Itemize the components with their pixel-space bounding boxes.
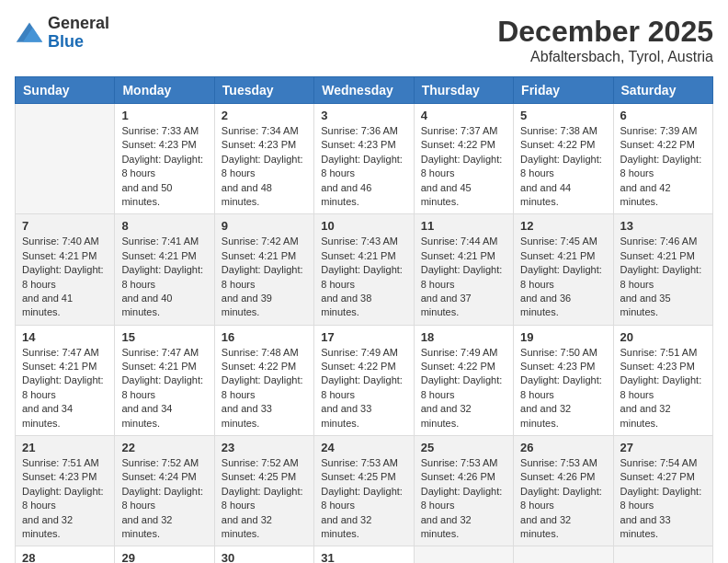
day-number: 20 <box>620 330 706 344</box>
day-number: 4 <box>421 109 506 122</box>
day-info: Sunrise: 7:33 AMSunset: 4:23 PMDaylight:… <box>121 124 207 209</box>
calendar-cell-w1-d3: 2Sunrise: 7:34 AMSunset: 4:23 PMDaylight… <box>214 104 313 214</box>
day-info: Sunrise: 7:42 AMSunset: 4:21 PMDaylight:… <box>222 235 307 319</box>
calendar-cell-w1-d7: 6Sunrise: 7:39 AMSunset: 4:22 PMDaylight… <box>613 104 712 214</box>
calendar-cell-w2-d1: 7Sunrise: 7:40 AMSunset: 4:21 PMDaylight… <box>16 214 115 325</box>
day-info: Sunrise: 7:54 AMSunset: 4:27 PMDaylight:… <box>620 456 706 541</box>
calendar-week-2: 7Sunrise: 7:40 AMSunset: 4:21 PMDaylight… <box>16 214 713 325</box>
calendar-cell-w4-d7: 27Sunrise: 7:54 AMSunset: 4:27 PMDayligh… <box>613 436 712 546</box>
day-info: Sunrise: 7:41 AMSunset: 4:21 PMDaylight:… <box>121 235 207 319</box>
day-info: Sunrise: 7:43 AMSunset: 4:21 PMDaylight:… <box>321 235 406 319</box>
day-info: Sunrise: 7:51 AMSunset: 4:23 PMDaylight:… <box>620 346 706 431</box>
day-number: 31 <box>321 551 406 563</box>
calendar-cell-w4-d1: 21Sunrise: 7:51 AMSunset: 4:23 PMDayligh… <box>16 436 115 546</box>
calendar-cell-w2-d6: 12Sunrise: 7:45 AMSunset: 4:21 PMDayligh… <box>514 214 613 325</box>
day-number: 22 <box>121 441 207 454</box>
header-tuesday: Tuesday <box>214 77 313 104</box>
calendar-cell-w1-d2: 1Sunrise: 7:33 AMSunset: 4:23 PMDaylight… <box>115 104 214 214</box>
page-header: General Blue December 2025 Abfaltersbach… <box>15 15 713 65</box>
day-number: 11 <box>421 219 506 233</box>
day-number: 3 <box>321 109 406 122</box>
calendar-week-5: 28Sunrise: 7:54 AMSunset: 4:28 PMDayligh… <box>16 546 713 563</box>
calendar-cell-w5-d2: 29Sunrise: 7:54 AMSunset: 4:29 PMDayligh… <box>115 546 214 563</box>
day-number: 18 <box>421 330 506 344</box>
calendar-cell-w1-d6: 5Sunrise: 7:38 AMSunset: 4:22 PMDaylight… <box>514 104 613 214</box>
logo-icon <box>15 20 44 46</box>
calendar-cell-w5-d7 <box>613 546 712 563</box>
day-info: Sunrise: 7:47 AMSunset: 4:21 PMDaylight:… <box>121 346 207 431</box>
day-info: Sunrise: 7:48 AMSunset: 4:22 PMDaylight:… <box>222 346 307 431</box>
calendar-cell-w5-d6 <box>514 546 613 563</box>
month-year-title: December 2025 <box>497 15 713 49</box>
calendar-cell-w2-d7: 13Sunrise: 7:46 AMSunset: 4:21 PMDayligh… <box>613 214 712 325</box>
calendar-week-1: 1Sunrise: 7:33 AMSunset: 4:23 PMDaylight… <box>16 104 713 214</box>
day-info: Sunrise: 7:47 AMSunset: 4:21 PMDaylight:… <box>22 346 108 431</box>
calendar-cell-w4-d6: 26Sunrise: 7:53 AMSunset: 4:26 PMDayligh… <box>514 436 613 546</box>
day-info: Sunrise: 7:52 AMSunset: 4:24 PMDaylight:… <box>121 456 207 541</box>
calendar-cell-w3-d5: 18Sunrise: 7:49 AMSunset: 4:22 PMDayligh… <box>414 325 513 435</box>
calendar-cell-w3-d4: 17Sunrise: 7:49 AMSunset: 4:22 PMDayligh… <box>314 325 414 435</box>
logo-text: General Blue <box>48 15 109 52</box>
day-info: Sunrise: 7:49 AMSunset: 4:22 PMDaylight:… <box>421 346 506 431</box>
day-info: Sunrise: 7:36 AMSunset: 4:23 PMDaylight:… <box>321 124 406 209</box>
day-number: 30 <box>222 551 307 563</box>
day-info: Sunrise: 7:38 AMSunset: 4:22 PMDaylight:… <box>520 124 606 209</box>
header-saturday: Saturday <box>613 77 712 104</box>
day-info: Sunrise: 7:51 AMSunset: 4:23 PMDaylight:… <box>22 456 108 541</box>
calendar-cell-w1-d1 <box>16 104 115 214</box>
day-number: 15 <box>121 330 207 344</box>
calendar-cell-w5-d3: 30Sunrise: 7:54 AMSunset: 4:29 PMDayligh… <box>214 546 313 563</box>
header-friday: Friday <box>514 77 613 104</box>
day-info: Sunrise: 7:49 AMSunset: 4:22 PMDaylight:… <box>321 346 406 431</box>
day-info: Sunrise: 7:53 AMSunset: 4:26 PMDaylight:… <box>520 456 606 541</box>
calendar-cell-w4-d3: 23Sunrise: 7:52 AMSunset: 4:25 PMDayligh… <box>214 436 313 546</box>
day-number: 2 <box>222 109 307 122</box>
calendar-week-4: 21Sunrise: 7:51 AMSunset: 4:23 PMDayligh… <box>16 436 713 546</box>
day-number: 19 <box>520 330 606 344</box>
calendar-cell-w3-d7: 20Sunrise: 7:51 AMSunset: 4:23 PMDayligh… <box>613 325 712 435</box>
location-subtitle: Abfaltersbach, Tyrol, Austria <box>497 49 713 65</box>
day-number: 9 <box>222 219 307 233</box>
calendar-cell-w2-d4: 10Sunrise: 7:43 AMSunset: 4:21 PMDayligh… <box>314 214 414 325</box>
day-number: 24 <box>321 441 406 454</box>
day-number: 26 <box>520 441 606 454</box>
day-number: 7 <box>22 219 108 233</box>
day-info: Sunrise: 7:37 AMSunset: 4:22 PMDaylight:… <box>421 124 506 209</box>
day-info: Sunrise: 7:45 AMSunset: 4:21 PMDaylight:… <box>520 235 606 319</box>
day-info: Sunrise: 7:50 AMSunset: 4:23 PMDaylight:… <box>520 346 606 431</box>
day-number: 1 <box>121 109 207 122</box>
calendar-cell-w4-d2: 22Sunrise: 7:52 AMSunset: 4:24 PMDayligh… <box>115 436 214 546</box>
calendar-week-3: 14Sunrise: 7:47 AMSunset: 4:21 PMDayligh… <box>16 325 713 435</box>
day-number: 5 <box>520 109 606 122</box>
calendar-cell-w2-d3: 9Sunrise: 7:42 AMSunset: 4:21 PMDaylight… <box>214 214 313 325</box>
calendar-cell-w5-d4: 31Sunrise: 7:54 AMSunset: 4:30 PMDayligh… <box>314 546 414 563</box>
day-info: Sunrise: 7:39 AMSunset: 4:22 PMDaylight:… <box>620 124 706 209</box>
day-number: 8 <box>121 219 207 233</box>
day-info: Sunrise: 7:53 AMSunset: 4:25 PMDaylight:… <box>321 456 406 541</box>
day-info: Sunrise: 7:40 AMSunset: 4:21 PMDaylight:… <box>22 235 108 319</box>
day-number: 25 <box>421 441 506 454</box>
calendar-cell-w1-d5: 4Sunrise: 7:37 AMSunset: 4:22 PMDaylight… <box>414 104 513 214</box>
calendar-cell-w3-d2: 15Sunrise: 7:47 AMSunset: 4:21 PMDayligh… <box>115 325 214 435</box>
day-info: Sunrise: 7:46 AMSunset: 4:21 PMDaylight:… <box>620 235 706 319</box>
calendar-table: Sunday Monday Tuesday Wednesday Thursday… <box>15 76 713 563</box>
day-number: 21 <box>22 441 108 454</box>
day-number: 17 <box>321 330 406 344</box>
calendar-cell-w3-d1: 14Sunrise: 7:47 AMSunset: 4:21 PMDayligh… <box>16 325 115 435</box>
calendar-cell-w1-d4: 3Sunrise: 7:36 AMSunset: 4:23 PMDaylight… <box>314 104 414 214</box>
calendar-cell-w4-d5: 25Sunrise: 7:53 AMSunset: 4:26 PMDayligh… <box>414 436 513 546</box>
header-sunday: Sunday <box>16 77 115 104</box>
calendar-cell-w5-d5 <box>414 546 513 563</box>
day-info: Sunrise: 7:34 AMSunset: 4:23 PMDaylight:… <box>222 124 307 209</box>
header-thursday: Thursday <box>414 77 513 104</box>
calendar-cell-w2-d5: 11Sunrise: 7:44 AMSunset: 4:21 PMDayligh… <box>414 214 513 325</box>
calendar-header-row: Sunday Monday Tuesday Wednesday Thursday… <box>16 77 713 104</box>
header-monday: Monday <box>115 77 214 104</box>
day-number: 14 <box>22 330 108 344</box>
day-number: 27 <box>620 441 706 454</box>
day-number: 29 <box>121 551 207 563</box>
calendar-cell-w3-d3: 16Sunrise: 7:48 AMSunset: 4:22 PMDayligh… <box>214 325 313 435</box>
day-number: 12 <box>520 219 606 233</box>
header-wednesday: Wednesday <box>314 77 414 104</box>
logo-blue-text: Blue <box>48 33 109 52</box>
